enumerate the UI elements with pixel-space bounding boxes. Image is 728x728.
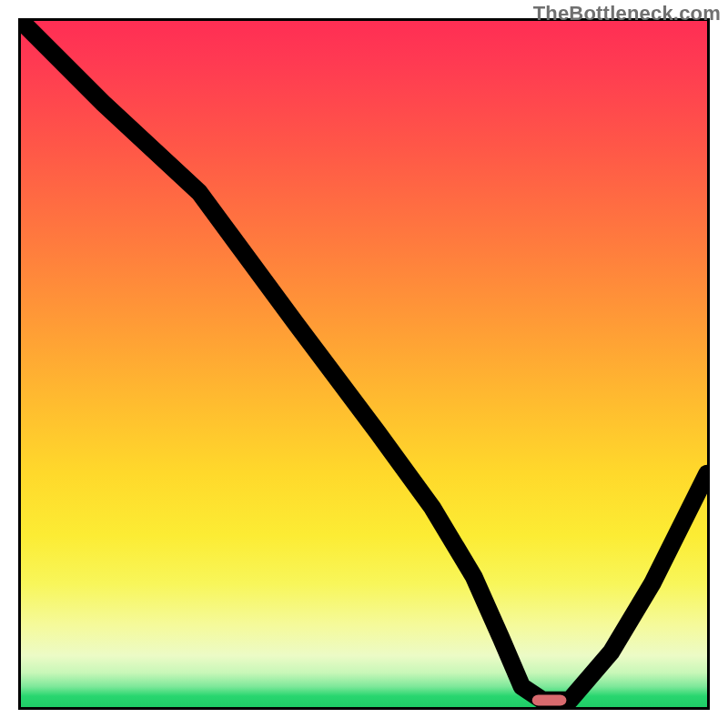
watermark-text: TheBottleneck.com — [533, 2, 721, 25]
curve-layer — [21, 21, 707, 707]
plot-area — [18, 18, 710, 710]
bottleneck-curve — [21, 21, 707, 700]
chart-canvas: TheBottleneck.com — [0, 0, 728, 728]
optimal-marker — [532, 694, 567, 705]
